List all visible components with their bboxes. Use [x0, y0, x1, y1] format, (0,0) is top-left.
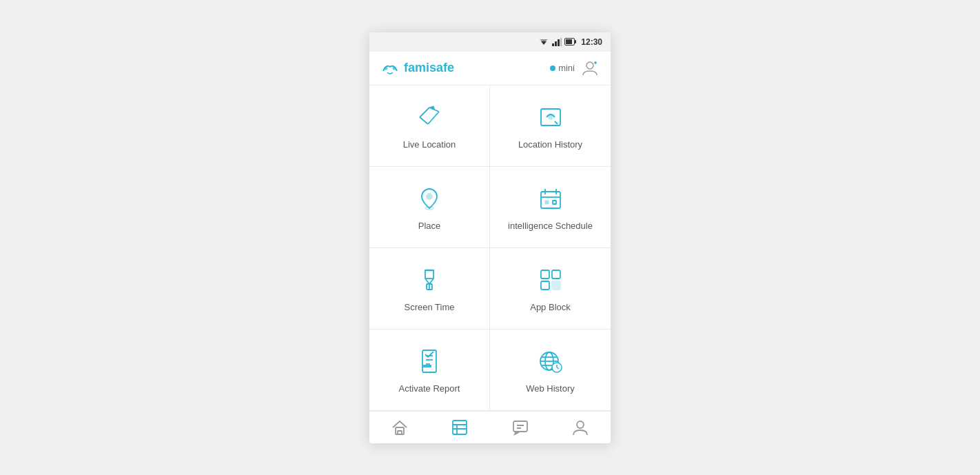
place-icon [414, 183, 445, 214]
screen-time-label: Screen Time [405, 302, 455, 312]
profile-icon [571, 418, 589, 436]
activate-report-item[interactable]: Activate Report [369, 330, 490, 411]
svg-rect-7 [575, 40, 576, 43]
location-history-icon [535, 102, 566, 132]
logo-icon [380, 61, 400, 75]
activate-report-label: Activate Report [399, 383, 460, 394]
screen-time-icon [414, 265, 445, 295]
svg-rect-21 [541, 192, 560, 208]
nav-home[interactable] [369, 412, 430, 443]
home-icon [391, 418, 409, 436]
dashboard-icon [451, 418, 469, 436]
battery-icon [564, 38, 577, 46]
intelligence-schedule-icon [535, 183, 566, 214]
svg-rect-54 [513, 421, 527, 432]
svg-rect-3 [555, 41, 557, 46]
logo-text-safe: safe [429, 61, 454, 74]
status-time: 12:30 [581, 37, 602, 47]
nav-messages[interactable] [490, 412, 551, 443]
user-indicator: mini [550, 63, 575, 73]
location-history-label: Location History [518, 139, 582, 150]
app-block-icon [535, 265, 566, 295]
status-icons [538, 38, 577, 46]
svg-rect-2 [552, 43, 554, 46]
live-location-icon [414, 102, 445, 132]
location-history-item[interactable]: Location History [490, 85, 611, 167]
status-bar: 12:30 [369, 32, 611, 52]
svg-point-10 [393, 66, 396, 70]
web-history-item[interactable]: Web History [490, 330, 611, 411]
svg-rect-50 [453, 421, 467, 434]
intelligence-schedule-item[interactable]: intelligence Schedule [490, 167, 611, 248]
header-right: mini [550, 59, 600, 78]
svg-rect-33 [422, 350, 436, 372]
svg-rect-25 [545, 201, 549, 204]
app-block-label: App Block [530, 302, 571, 312]
screen-time-item[interactable]: Screen Time [369, 248, 490, 330]
live-location-item[interactable]: Live Location [369, 85, 490, 167]
svg-rect-5 [560, 38, 562, 46]
wifi-icon [538, 38, 549, 46]
app-block-item[interactable]: App Block [490, 248, 611, 330]
user-avatar-icon[interactable] [580, 59, 600, 78]
svg-line-13 [420, 108, 429, 117]
chat-icon [511, 418, 529, 436]
live-location-label: Live Location [403, 139, 456, 150]
web-history-icon [535, 346, 566, 376]
svg-rect-32 [552, 281, 560, 290]
place-label: Place [418, 221, 441, 231]
place-item[interactable]: Place [369, 167, 490, 248]
svg-rect-8 [566, 39, 572, 44]
nav-profile[interactable] [551, 412, 611, 443]
phone-container: 12:30 famisafe mini [369, 32, 611, 443]
activate-report-icon [414, 346, 445, 376]
web-history-label: Web History [526, 383, 575, 394]
svg-line-15 [420, 117, 428, 124]
svg-rect-26 [553, 201, 556, 204]
logo: famisafe [380, 61, 454, 75]
svg-rect-29 [541, 270, 549, 279]
svg-line-14 [428, 112, 439, 124]
intelligence-schedule-label: intelligence Schedule [508, 221, 593, 231]
app-header: famisafe mini [369, 52, 611, 85]
svg-point-11 [586, 62, 593, 69]
svg-rect-49 [398, 431, 402, 434]
signal-icon [552, 38, 562, 46]
logo-text: famisafe [404, 61, 454, 75]
user-name: mini [558, 63, 575, 73]
svg-rect-37 [424, 365, 431, 367]
bottom-nav [369, 411, 611, 443]
logo-text-fami: fami [404, 61, 429, 74]
svg-point-57 [577, 421, 584, 428]
feature-grid: Live Location Location History Place [369, 85, 611, 411]
svg-rect-4 [558, 39, 560, 46]
svg-point-19 [427, 194, 432, 199]
svg-marker-1 [540, 39, 548, 43]
user-dot [550, 65, 555, 71]
nav-dashboard[interactable] [430, 412, 491, 443]
svg-point-9 [385, 66, 388, 70]
svg-point-17 [549, 115, 553, 119]
svg-rect-30 [552, 270, 560, 279]
svg-rect-31 [541, 281, 549, 290]
